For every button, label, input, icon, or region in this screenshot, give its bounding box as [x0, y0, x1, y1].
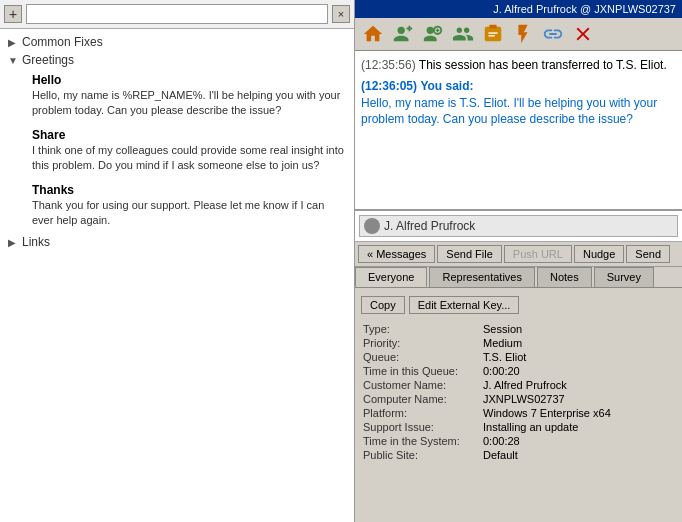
expand-arrow-common-fixes: ▶ [8, 37, 18, 48]
canned-share[interactable]: Share I think one of my colleagues could… [8, 124, 354, 179]
tree-item-greetings[interactable]: ▼ Greetings [0, 51, 354, 69]
info-table-row-0: Type:Session [361, 322, 676, 336]
info-table-row-6: Platform:Windows 7 Enterprise x64 [361, 406, 676, 420]
msg2-yousaid: You said: [420, 79, 473, 93]
info-value-3: 0:00:20 [481, 364, 676, 378]
tab-everyone[interactable]: Everyone [355, 267, 427, 287]
svg-rect-3 [485, 27, 502, 42]
right-panel: J. Alfred Prufrock @ JXNPLWS02737 [355, 0, 682, 522]
info-label-5: Computer Name: [361, 392, 481, 406]
lightning-icon-button[interactable] [509, 20, 537, 48]
close-session-icon-button[interactable] [569, 20, 597, 48]
info-label-1: Priority: [361, 336, 481, 350]
msg2-text: Hello, my name is T.S. Eliot. I'll be he… [361, 96, 657, 127]
info-value-9: Default [481, 448, 676, 462]
tree-label-greetings: Greetings [22, 53, 74, 67]
chat-message-1: (12:35:56) This session has been transfe… [361, 57, 676, 74]
info-table-row-5: Computer Name:JXNPLWS02737 [361, 392, 676, 406]
info-table-row-7: Support Issue:Installing an update [361, 420, 676, 434]
canned-text-thanks: Thank you for using our support. Please … [32, 197, 346, 230]
badge-icon-button[interactable] [479, 20, 507, 48]
tabs-row: Everyone Representatives Notes Survey [355, 267, 682, 288]
push-url-button[interactable]: Push URL [504, 245, 572, 263]
tree-label-links: Links [22, 235, 50, 249]
info-value-2: T.S. Eliot [481, 350, 676, 364]
input-name-row: J. Alfred Prufrock [359, 215, 678, 237]
expand-arrow-links: ▶ [8, 237, 18, 248]
info-label-0: Type: [361, 322, 481, 336]
edit-external-key-button[interactable]: Edit External Key... [409, 296, 520, 314]
user-icon-small [364, 218, 380, 234]
info-table-row-3: Time in this Queue:0:00:20 [361, 364, 676, 378]
expand-arrow-greetings: ▼ [8, 55, 18, 66]
info-value-5: JXNPLWS02737 [481, 392, 676, 406]
add-person-icon-button[interactable] [389, 20, 417, 48]
tree-area: ▶ Common Fixes ▼ Greetings Hello Hello, … [0, 29, 354, 522]
tab-survey[interactable]: Survey [594, 267, 654, 287]
input-user-name: J. Alfred Prufrock [384, 219, 475, 233]
search-bar: + × [0, 0, 354, 29]
svg-point-0 [398, 27, 405, 34]
info-label-4: Customer Name: [361, 378, 481, 392]
copy-button[interactable]: Copy [361, 296, 405, 314]
canned-text-share: I think one of my colleagues could provi… [32, 142, 346, 175]
send-button[interactable]: Send [626, 245, 670, 263]
tab-notes[interactable]: Notes [537, 267, 592, 287]
info-table-row-2: Queue:T.S. Eliot [361, 350, 676, 364]
info-label-3: Time in this Queue: [361, 364, 481, 378]
tab-representatives[interactable]: Representatives [429, 267, 535, 287]
transfer-icon-button[interactable] [419, 20, 447, 48]
info-label-6: Platform: [361, 406, 481, 420]
msg1-text: This session has been transferred to T.S… [419, 58, 667, 72]
greetings-group: Hello Hello, my name is %REP_NAME%. I'll… [0, 69, 354, 233]
canned-title-hello: Hello [32, 73, 346, 87]
clear-search-button[interactable]: × [332, 5, 350, 23]
info-value-0: Session [481, 322, 676, 336]
messages-button[interactable]: « Messages [358, 245, 435, 263]
send-file-button[interactable]: Send File [437, 245, 501, 263]
link-icon-button[interactable] [539, 20, 567, 48]
info-buttons-row: Copy Edit External Key... [361, 292, 676, 318]
info-table-row-4: Customer Name:J. Alfred Prufrock [361, 378, 676, 392]
people-icon-button[interactable] [449, 20, 477, 48]
svg-point-1 [427, 27, 434, 34]
info-table: Type:SessionPriority:MediumQueue:T.S. El… [361, 322, 676, 462]
svg-rect-4 [489, 25, 496, 29]
canned-thanks[interactable]: Thanks Thank you for using our support. … [8, 179, 354, 234]
left-panel: + × ▶ Common Fixes ▼ Greetings Hello Hel… [0, 0, 355, 522]
info-value-7: Installing an update [481, 420, 676, 434]
tree-item-common-fixes[interactable]: ▶ Common Fixes [0, 33, 354, 51]
canned-text-hello: Hello, my name is %REP_NAME%. I'll be he… [32, 87, 346, 120]
home-icon-button[interactable] [359, 20, 387, 48]
info-label-8: Time in the System: [361, 434, 481, 448]
info-table-row-1: Priority:Medium [361, 336, 676, 350]
tree-item-links[interactable]: ▶ Links [0, 233, 354, 251]
info-value-1: Medium [481, 336, 676, 350]
msg1-timestamp: (12:35:56) [361, 58, 416, 72]
search-input[interactable] [26, 4, 328, 24]
chat-area: (12:35:56) This session has been transfe… [355, 51, 682, 211]
tree-label-common-fixes: Common Fixes [22, 35, 103, 49]
info-value-4: J. Alfred Prufrock [481, 378, 676, 392]
info-table-row-8: Time in the System:0:00:28 [361, 434, 676, 448]
info-label-7: Support Issue: [361, 420, 481, 434]
info-value-6: Windows 7 Enterprise x64 [481, 406, 676, 420]
info-value-8: 0:00:28 [481, 434, 676, 448]
canned-title-share: Share [32, 128, 346, 142]
msg2-speaker: (12:36:05) [361, 79, 417, 93]
action-buttons: « Messages Send File Push URL Nudge Send [355, 242, 682, 267]
canned-title-thanks: Thanks [32, 183, 346, 197]
canned-hello[interactable]: Hello Hello, my name is %REP_NAME%. I'll… [8, 69, 354, 124]
input-area: J. Alfred Prufrock [355, 211, 682, 242]
toolbar [355, 18, 682, 51]
chat-message-2: (12:36:05) You said: Hello, my name is T… [361, 78, 676, 128]
title-text: J. Alfred Prufrock @ JXNPLWS02737 [493, 3, 676, 15]
info-label-9: Public Site: [361, 448, 481, 462]
title-bar: J. Alfred Prufrock @ JXNPLWS02737 [355, 0, 682, 18]
info-label-2: Queue: [361, 350, 481, 364]
nudge-button[interactable]: Nudge [574, 245, 624, 263]
add-button[interactable]: + [4, 5, 22, 23]
info-table-row-9: Public Site:Default [361, 448, 676, 462]
info-area: Copy Edit External Key... Type:SessionPr… [355, 288, 682, 522]
